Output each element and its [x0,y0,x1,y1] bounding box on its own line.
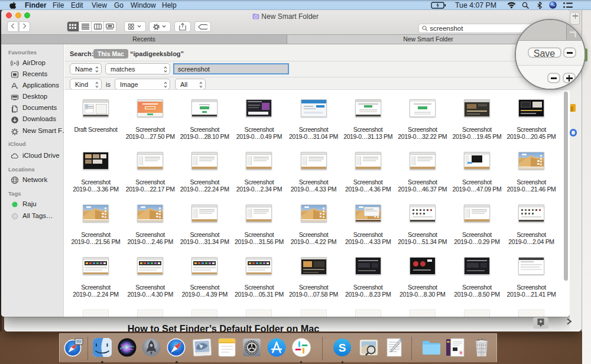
svg-text:S: S [339,342,346,354]
